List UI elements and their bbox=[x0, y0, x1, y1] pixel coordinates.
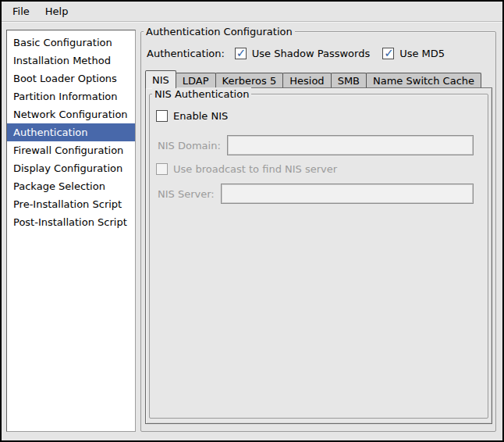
tab-name-switch-cache[interactable]: Name Switch Cache bbox=[366, 73, 481, 87]
nis-authentication-frame: NIS Authentication Enable NIS NIS Domain… bbox=[149, 94, 488, 419]
use-broadcast-label: Use broadcast to find NIS server bbox=[173, 163, 337, 175]
sidebar-item-post-installation-script[interactable]: Post-Installation Script bbox=[7, 213, 135, 231]
sidebar-item-network-configuration[interactable]: Network Configuration bbox=[7, 105, 135, 123]
nis-server-input[interactable] bbox=[221, 184, 474, 204]
tab-hesiod[interactable]: Hesiod bbox=[282, 73, 331, 87]
nis-server-row: NIS Server: bbox=[158, 184, 474, 204]
authentication-notebook: NIS LDAP Kerberos 5 Hesiod SMB Name Swit… bbox=[145, 70, 492, 424]
sidebar-item-installation-method[interactable]: Installation Method bbox=[7, 52, 135, 70]
sidebar-item-package-selection[interactable]: Package Selection bbox=[7, 177, 135, 195]
use-shadow-passwords-option[interactable]: Use Shadow Passwords bbox=[235, 48, 370, 59]
menu-help[interactable]: Help bbox=[37, 3, 76, 20]
use-shadow-passwords-label: Use Shadow Passwords bbox=[252, 48, 370, 59]
tab-nis[interactable]: NIS bbox=[145, 70, 176, 88]
nis-domain-label: NIS Domain: bbox=[158, 140, 221, 151]
use-md5-option[interactable]: Use MD5 bbox=[382, 48, 445, 59]
enable-nis-checkbox[interactable] bbox=[156, 110, 168, 122]
nis-domain-input[interactable] bbox=[227, 135, 474, 155]
tab-bar: NIS LDAP Kerberos 5 Hesiod SMB Name Swit… bbox=[145, 70, 492, 87]
use-md5-checkbox[interactable] bbox=[382, 48, 394, 59]
nis-authentication-frame-title: NIS Authentication bbox=[152, 87, 251, 101]
enable-nis-option[interactable]: Enable NIS bbox=[156, 110, 228, 122]
menu-file-label: File bbox=[12, 5, 30, 17]
sidebar-item-partition-information[interactable]: Partition Information bbox=[7, 87, 135, 105]
authentication-options-row: Authentication: Use Shadow Passwords Use… bbox=[147, 45, 491, 62]
use-broadcast-option[interactable]: Use broadcast to find NIS server bbox=[156, 163, 337, 175]
use-shadow-passwords-checkbox[interactable] bbox=[235, 48, 247, 59]
nis-tab-page: NIS Authentication Enable NIS NIS Domain… bbox=[145, 87, 492, 424]
use-broadcast-checkbox[interactable] bbox=[156, 163, 168, 175]
nis-domain-row: NIS Domain: bbox=[158, 135, 474, 155]
kickstart-configurator-window: File Help Basic Configuration Installati… bbox=[0, 0, 504, 442]
tab-ldap[interactable]: LDAP bbox=[176, 73, 216, 87]
authentication-configuration-frame-title: Authentication Configuration bbox=[144, 25, 295, 38]
tab-kerberos5[interactable]: Kerberos 5 bbox=[215, 73, 284, 87]
menubar: File Help bbox=[2, 2, 502, 22]
menu-file[interactable]: File bbox=[5, 3, 37, 20]
menu-help-label: Help bbox=[45, 5, 69, 17]
enable-nis-label: Enable NIS bbox=[173, 110, 228, 122]
sidebar-item-basic-configuration[interactable]: Basic Configuration bbox=[7, 34, 135, 52]
sidebar-item-boot-loader-options[interactable]: Boot Loader Options bbox=[7, 70, 135, 87]
authentication-label: Authentication: bbox=[147, 48, 225, 59]
sidebar-item-firewall-configuration[interactable]: Firewall Configuration bbox=[7, 141, 135, 159]
sidebar-item-authentication[interactable]: Authentication bbox=[7, 123, 135, 141]
tab-smb[interactable]: SMB bbox=[331, 73, 367, 87]
sidebar-item-display-configuration[interactable]: Display Configuration bbox=[7, 159, 135, 177]
nis-server-label: NIS Server: bbox=[158, 188, 215, 200]
sidebar-item-pre-installation-script[interactable]: Pre-Installation Script bbox=[7, 195, 135, 213]
authentication-configuration-frame: Authentication Configuration Authenticat… bbox=[140, 31, 496, 432]
category-list: Basic Configuration Installation Method … bbox=[6, 30, 136, 432]
use-md5-label: Use MD5 bbox=[399, 48, 445, 59]
